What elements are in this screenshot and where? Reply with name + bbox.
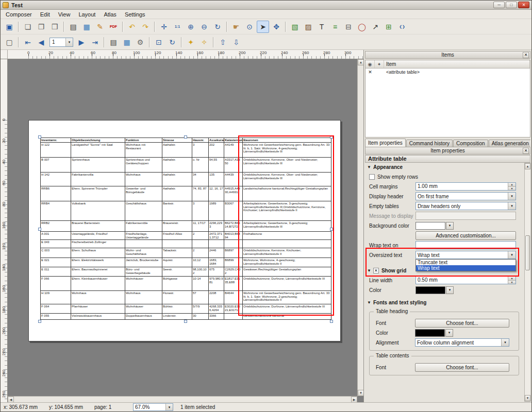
heading-alignment-combo[interactable]: Follow column alignment ▾	[415, 338, 509, 347]
close-icon[interactable]: ✕	[523, 52, 529, 58]
save-project-button[interactable]: ▣	[3, 21, 15, 33]
print-button[interactable]: ▤	[67, 21, 79, 33]
print-atlas-button[interactable]: ▤	[107, 36, 120, 48]
properties-scrollbar[interactable]: ▲ ▼	[524, 163, 531, 402]
empty-tables-combo[interactable]: Draw headers only ▾	[415, 202, 516, 210]
next-feature-button[interactable]: ▶	[75, 36, 88, 48]
close-button[interactable]: ✕	[518, 2, 529, 8]
menu-layout[interactable]: Layout	[74, 10, 99, 19]
tab-atlas-generation[interactable]: Atlas generation	[489, 140, 530, 147]
oversized-text-combo[interactable]: Wrap text ▾ Truncate textWrap text	[415, 251, 516, 259]
new-composition-button[interactable]: ❏	[22, 21, 34, 33]
resize-handle[interactable]	[330, 228, 333, 231]
wrap-text-on-input[interactable]	[415, 241, 516, 249]
add-label-button[interactable]: T	[315, 21, 328, 33]
redo-button[interactable]: ↷	[139, 21, 152, 33]
zoom-to-item-button[interactable]: ⊡	[153, 36, 165, 48]
unlock-items-button[interactable]: ✧	[198, 36, 210, 48]
duplicate-composition-button[interactable]: ❐	[35, 21, 47, 33]
pan-tool-button[interactable]: ☛	[230, 21, 242, 33]
items-row-attribute-table[interactable]: ✕ <attribute table>	[365, 68, 530, 76]
first-feature-button[interactable]: ⇤	[22, 36, 34, 48]
heading-color-swatch[interactable]	[415, 329, 445, 337]
tab-item-properties[interactable]: Item properties	[365, 139, 406, 147]
zoom-in-button[interactable]: ⊕	[185, 21, 197, 33]
lock-items-button[interactable]: ✦	[185, 36, 197, 48]
title-bar[interactable]: Test ─ □ ✕	[1, 1, 531, 10]
zoom-out-button[interactable]: ⊖	[198, 21, 210, 33]
heading-choose-font-button[interactable]: Choose font...	[415, 319, 509, 328]
show-empty-rows-checkbox[interactable]	[369, 174, 375, 180]
add-html-frame-button[interactable]: ❮❯	[396, 21, 408, 33]
dropdown-option-truncate-text[interactable]: Truncate text	[416, 260, 516, 265]
add-scalebar-button[interactable]: ⊟	[342, 21, 355, 33]
minimize-button[interactable]: ─	[493, 2, 505, 8]
export-svg-button[interactable]: ✎	[94, 21, 106, 33]
preview-atlas-button[interactable]: ▢	[3, 36, 15, 48]
zoom-100-button[interactable]: 1:1	[171, 21, 184, 33]
chevron-down-icon[interactable]: ▾	[65, 38, 73, 46]
scroll-left-icon[interactable]: ◀	[8, 397, 14, 402]
close-icon[interactable]: ✕	[523, 148, 529, 154]
background-color-dropdown[interactable]: ▾	[446, 222, 454, 230]
add-shape-button[interactable]: ◯	[356, 21, 368, 33]
composer-canvas[interactable]: Inventarnr.ObjektbezeichnungFunktionStra…	[8, 59, 363, 402]
scroll-right-icon[interactable]: ▶	[351, 397, 357, 402]
dropdown-option-wrap-text[interactable]: Wrap text	[416, 265, 516, 271]
cell-margins-spinbox[interactable]: 1.00 mm ▲ ▼	[415, 182, 516, 191]
resize-handle[interactable]	[38, 228, 41, 231]
resize-handle[interactable]	[330, 135, 333, 139]
spin-down-icon[interactable]: ▼	[508, 280, 516, 284]
canvas-horizontal-scrollbar[interactable]: ◀ ▶	[8, 396, 357, 402]
attribute-table-item[interactable]: Inventarnr.ObjektbezeichnungFunktionStra…	[40, 138, 331, 321]
zoom-full-button[interactable]: ✛	[158, 21, 170, 33]
resize-handle[interactable]	[330, 320, 333, 323]
add-map-button[interactable]: ▧	[289, 21, 301, 33]
atlas-settings-button[interactable]: ⚙	[134, 36, 146, 48]
scrollbar-thumb[interactable]	[525, 235, 530, 270]
add-image-button[interactable]: ▨	[302, 21, 314, 33]
resize-handle[interactable]	[38, 135, 41, 139]
item-label[interactable]: <attribute table>	[384, 70, 530, 75]
item-properties-dock-title[interactable]: Item properties ✕	[365, 147, 530, 154]
add-arrow-button[interactable]: ↗	[369, 21, 381, 33]
composer-manager-button[interactable]: ❒	[48, 21, 61, 33]
grid-color-swatch[interactable]	[415, 286, 445, 294]
menu-view[interactable]: View	[54, 10, 75, 19]
zoom-refresh-button[interactable]: ↻	[166, 36, 178, 48]
contents-choose-font-button[interactable]: Choose font...	[415, 363, 509, 372]
grid-color-dropdown[interactable]: ▾	[446, 286, 454, 294]
scroll-down-icon[interactable]: ▼	[358, 390, 363, 396]
item-visibility-checkbox[interactable]: ✕	[365, 70, 375, 75]
lower-items-button[interactable]: ⇩	[230, 36, 242, 48]
raise-items-button[interactable]: ⇧	[217, 36, 229, 48]
select-move-item-button[interactable]: ➤	[257, 21, 269, 33]
spin-down-icon[interactable]: ▼	[508, 186, 516, 191]
add-attribute-table-button[interactable]: ⊞	[383, 21, 395, 33]
display-header-combo[interactable]: On first frame ▾	[415, 192, 516, 200]
scroll-up-icon[interactable]: ▲	[358, 59, 363, 65]
scroll-up-icon[interactable]: ▲	[525, 163, 530, 169]
menu-atlas[interactable]: Atlas	[99, 10, 120, 19]
items-dock-title[interactable]: Items ✕	[365, 51, 530, 59]
advanced-customisation-button[interactable]: Advanced customisation...	[415, 231, 516, 240]
menu-settings[interactable]: Settings	[121, 10, 149, 19]
maximize-button[interactable]: □	[506, 2, 517, 8]
background-color-swatch[interactable]	[415, 222, 445, 230]
zoom-level-combo[interactable]: 67.0% ▾	[133, 403, 173, 411]
atlas-feature-spinbox[interactable]: 1▾	[49, 38, 73, 47]
fonts-group-header[interactable]: ▼ Fonts and text styling	[365, 298, 523, 306]
resize-handle[interactable]	[184, 320, 187, 323]
menu-composer[interactable]: Composer	[2, 10, 36, 19]
previous-feature-button[interactable]: ◀	[35, 36, 47, 48]
add-legend-button[interactable]: ≡	[329, 21, 341, 33]
resize-handle[interactable]	[38, 320, 41, 323]
undo-button[interactable]: ↶	[126, 21, 138, 33]
refresh-view-button[interactable]: ↻	[211, 21, 224, 33]
export-pdf-button[interactable]: PDF	[107, 21, 120, 33]
zoom-tool-button[interactable]: ⊙	[243, 21, 256, 33]
export-image-button[interactable]: ▦	[80, 21, 93, 33]
menu-edit[interactable]: Edit	[36, 10, 54, 19]
tab-command-history[interactable]: Command history	[406, 140, 453, 147]
scroll-down-icon[interactable]: ▼	[525, 395, 530, 401]
